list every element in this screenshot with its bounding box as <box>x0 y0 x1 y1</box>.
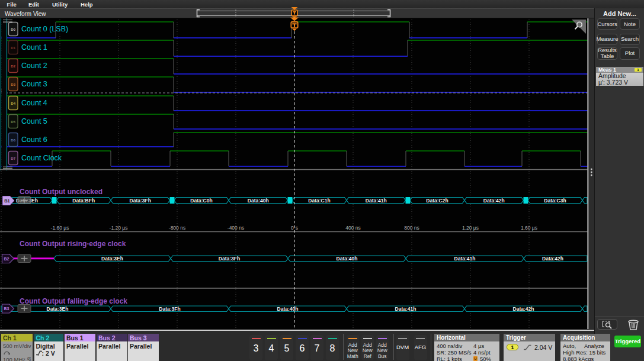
svg-text:Data:C2h: Data:C2h <box>426 198 448 204</box>
svg-text:Data:40h: Data:40h <box>277 306 299 312</box>
svg-text:Data:3Fh: Data:3Fh <box>159 306 180 312</box>
svg-text:D1: D1 <box>11 46 15 50</box>
svg-text:-800 ns: -800 ns <box>169 225 185 231</box>
svg-text:Data:3Fh: Data:3Fh <box>130 198 151 204</box>
svg-text:B1: B1 <box>4 198 10 204</box>
svg-text:B2: B2 <box>4 257 9 261</box>
svg-text:Count 2: Count 2 <box>21 62 47 70</box>
svg-text:Data:3Fh: Data:3Fh <box>219 256 240 262</box>
svg-text:400 ns: 400 ns <box>345 225 361 231</box>
svg-text:Data:3Eh: Data:3Eh <box>47 306 69 312</box>
svg-text:-1.20 µs: -1.20 µs <box>110 225 128 231</box>
svg-text:Count 6: Count 6 <box>21 136 47 144</box>
svg-text:D2: D2 <box>11 65 15 68</box>
svg-text:Count Output rising-edge clock: Count Output rising-edge clock <box>20 240 126 248</box>
svg-text:Data:41h: Data:41h <box>395 306 416 312</box>
svg-text:Count Clock: Count Clock <box>21 154 62 162</box>
svg-text:800 ns: 800 ns <box>404 225 419 231</box>
svg-text:D3: D3 <box>11 83 15 86</box>
svg-text:Count 5: Count 5 <box>21 117 47 125</box>
svg-text:D5: D5 <box>11 120 15 124</box>
svg-text:Data:41h: Data:41h <box>454 256 476 262</box>
svg-text:Data:42h: Data:42h <box>483 198 505 204</box>
svg-text:Count Output falling-edge cloc: Count Output falling-edge clock <box>20 297 127 305</box>
svg-text:Count 0 (LSB): Count 0 (LSB) <box>21 25 68 33</box>
svg-text:Count 4: Count 4 <box>21 99 47 107</box>
svg-text:Data:40h: Data:40h <box>248 198 269 204</box>
svg-text:Data:C3h: Data:C3h <box>544 198 566 204</box>
svg-text:Data:BFh: Data:BFh <box>72 198 95 204</box>
svg-text:D4: D4 <box>11 102 15 105</box>
svg-text:Data:41h: Data:41h <box>366 198 387 204</box>
svg-text:B3: B3 <box>4 307 9 311</box>
svg-text:1.20 µs: 1.20 µs <box>462 225 479 231</box>
svg-text:Data:C0h: Data:C0h <box>190 198 212 204</box>
svg-text:Data:42h: Data:42h <box>513 306 534 312</box>
svg-text:D6: D6 <box>11 138 15 142</box>
svg-text:Count 3: Count 3 <box>21 80 47 88</box>
svg-text:-1.60 µs: -1.60 µs <box>51 225 69 231</box>
svg-text:Data:C1h: Data:C1h <box>308 198 330 204</box>
svg-text:1.60 µs: 1.60 µs <box>521 225 537 231</box>
svg-text:Data:40h: Data:40h <box>337 256 358 262</box>
svg-text:-400 ns: -400 ns <box>228 225 244 231</box>
svg-text:Count 1: Count 1 <box>21 43 47 51</box>
svg-text:D0: D0 <box>11 28 15 31</box>
svg-text:Data:42h: Data:42h <box>542 256 563 262</box>
svg-text:Data:3Eh: Data:3Eh <box>101 256 123 262</box>
svg-text:D7: D7 <box>11 157 15 160</box>
svg-text:Count Output unclocked: Count Output unclocked <box>20 188 102 196</box>
